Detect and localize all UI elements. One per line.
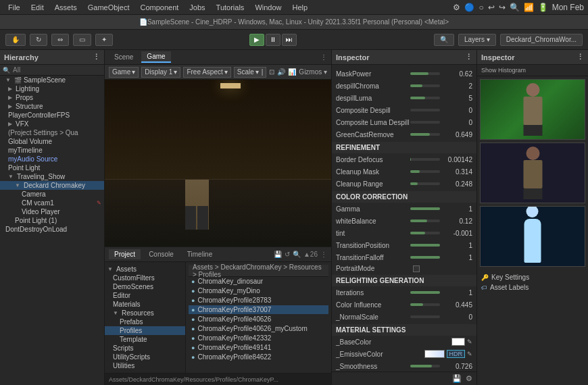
slider-container[interactable]: 0 — [410, 313, 472, 321]
game-dropdown[interactable]: Game ▾ — [109, 67, 139, 78]
tree-utilityscripts[interactable]: UtilityScripts — [105, 353, 185, 361]
menu-jobs[interactable]: Jobs — [185, 2, 209, 13]
gizmos-icon[interactable]: Gizmos ▾ — [299, 68, 327, 76]
scene-tab[interactable]: Scene — [109, 52, 139, 62]
slider-container[interactable]: 1 — [410, 205, 472, 213]
menu-window[interactable]: Window — [251, 2, 285, 13]
tree-dontdestroy[interactable]: DontDestroyOnLoad — [0, 225, 104, 234]
search-icon2[interactable]: 🔍 — [293, 251, 301, 258]
gamma-slider[interactable] — [410, 207, 440, 210]
rect-tool[interactable]: ▭ — [73, 34, 91, 46]
smoothness-slider[interactable] — [410, 365, 440, 367]
tree-pointlight[interactable]: Point Light — [0, 163, 104, 172]
file-chromakey-84622[interactable]: ● ChromaKeyProfile84622 — [189, 353, 328, 361]
file-chromakey-28783[interactable]: ● ChromaKeyProfile28783 — [189, 296, 328, 305]
slider-container[interactable]: 0.726 — [410, 363, 472, 370]
despillchroma-slider[interactable] — [410, 84, 440, 87]
tint-slider[interactable] — [410, 232, 440, 234]
tree-structure[interactable]: ▶ Structure — [0, 102, 104, 111]
tree-audio[interactable]: myAudio Source — [0, 155, 104, 163]
normalscale-slider[interactable] — [410, 315, 440, 318]
scale-tool[interactable]: ⇔ — [51, 34, 69, 46]
console-tab[interactable]: Console — [143, 249, 179, 259]
file-chromakey-custom[interactable]: ● ChromaKeyProfile40626_myCustom — [189, 324, 328, 333]
slider-container[interactable]: 0.00142 — [410, 156, 472, 163]
slider-container[interactable]: 0.649 — [410, 131, 472, 138]
settings-icon[interactable]: ⚙ — [466, 374, 472, 383]
portraitmode-checkbox[interactable] — [413, 265, 420, 272]
rotate-tool[interactable]: ↻ — [30, 34, 47, 46]
tree-camera[interactable]: Camera — [0, 190, 104, 199]
basecolor-swatch[interactable] — [451, 338, 465, 346]
slider-container[interactable]: 5 — [410, 95, 472, 102]
hierarchy-options[interactable]: ⋮ — [93, 53, 100, 61]
tree-samplescene[interactable]: ▼ 🎬 SampleScene — [0, 76, 104, 84]
slider-container[interactable]: -0.001 — [410, 230, 472, 237]
slider-container[interactable]: 0.314 — [410, 168, 472, 176]
tree-materials[interactable]: Materials — [105, 300, 185, 309]
stats-icon[interactable]: 📊 — [288, 68, 296, 76]
borderdefocus-slider[interactable] — [410, 158, 440, 161]
tree-assets[interactable]: ▼ Assets — [105, 265, 185, 274]
tree-player[interactable]: PlayerControllerFPS — [0, 111, 104, 120]
slider-container[interactable]: 0.62 — [410, 70, 472, 78]
tree-profiles[interactable]: Profiles — [105, 326, 185, 335]
display-dropdown[interactable]: Display 1 ▾ — [141, 67, 180, 78]
tree-global-volume[interactable]: Global Volume — [0, 137, 104, 146]
transform-tool[interactable]: ✦ — [95, 34, 113, 46]
slider-container[interactable]: 1 — [410, 289, 472, 297]
save-preset-icon[interactable]: 💾 — [452, 374, 462, 383]
search-btn[interactable]: 🔍 — [434, 34, 454, 46]
file-chromakey-42332[interactable]: ● ChromaKeyProfile42332 — [189, 334, 328, 342]
iterations-slider[interactable] — [410, 291, 440, 294]
slider-container[interactable]: 0 — [410, 107, 472, 114]
asset-labels-item[interactable]: 🏷 Asset Labels — [481, 282, 584, 292]
slider-container[interactable]: 0.445 — [410, 301, 472, 309]
menu-file[interactable]: File — [4, 2, 24, 13]
tree-traveling[interactable]: ▼ Traveling_Show — [0, 172, 104, 181]
mute-icon[interactable]: 🔊 — [277, 68, 285, 76]
timeline-tab[interactable]: Timeline — [182, 249, 218, 259]
cleanuprange-slider[interactable] — [410, 182, 440, 185]
tree-lighting[interactable]: ▶ Lighting — [0, 84, 104, 93]
refresh-icon[interactable]: ↺ — [285, 251, 290, 258]
step-button[interactable]: ⏭ — [282, 34, 297, 46]
tree-demoscenes[interactable]: DemoScenes — [105, 282, 185, 291]
move-tool[interactable]: ✋ — [5, 34, 26, 46]
tree-pointlight2[interactable]: Point Light (1) — [0, 216, 104, 225]
tree-project-settings[interactable]: (Project Settings > Qua — [0, 128, 104, 137]
tree-vcam[interactable]: CM vcam1 ✎ — [0, 199, 104, 207]
cleanupmask-slider[interactable] — [410, 170, 440, 173]
layout-dropdown[interactable]: Deckard_ChromaWor... — [500, 34, 583, 46]
menu-gameobject[interactable]: GameObject — [84, 2, 134, 13]
menu-assets[interactable]: Assets — [51, 2, 81, 13]
play-button[interactable]: ▶ — [249, 34, 264, 46]
slider-container[interactable]: 0.248 — [410, 180, 472, 188]
despillluma-slider[interactable] — [410, 97, 440, 99]
tree-editor[interactable]: Editor — [105, 291, 185, 300]
tree-resources[interactable]: ▼ Resources — [105, 309, 185, 317]
tree-utilities[interactable]: Utilities — [105, 361, 185, 370]
tree-customfilters[interactable]: CustomFilters — [105, 274, 185, 282]
greencast-slider[interactable] — [410, 133, 440, 136]
scale-dropdown[interactable]: Scale ▾ | — [234, 67, 267, 78]
whitebalance-slider[interactable] — [410, 220, 440, 222]
tree-scripts[interactable]: Scripts — [105, 344, 185, 353]
menu-edit[interactable]: Edit — [27, 2, 48, 13]
tree-props[interactable]: ▶ Props — [0, 93, 104, 102]
inspector-options[interactable]: ⋮ — [465, 53, 472, 61]
file-chromakey-dino[interactable]: ● ChromaKey_dinosaur — [189, 277, 328, 286]
slider-container[interactable]: 1 — [410, 254, 472, 261]
tree-template[interactable]: Template — [105, 335, 185, 344]
slider-container[interactable]: 2 — [410, 82, 472, 90]
composite-slider[interactable] — [410, 109, 440, 111]
scene-options[interactable]: ⋮ — [320, 53, 327, 61]
game-tab[interactable]: Game — [141, 51, 170, 63]
tree-prefabs[interactable]: Prefabs — [105, 317, 185, 326]
tree-mytimeline[interactable]: myTimeline — [0, 146, 104, 155]
maximize-icon[interactable]: ⊡ — [269, 68, 274, 76]
aspect-dropdown[interactable]: Free Aspect ▾ — [183, 67, 230, 78]
maskpower-slider[interactable] — [410, 72, 440, 75]
colorinfluence-slider[interactable] — [410, 303, 440, 306]
tree-videoplayer[interactable]: Video Player — [0, 207, 104, 216]
